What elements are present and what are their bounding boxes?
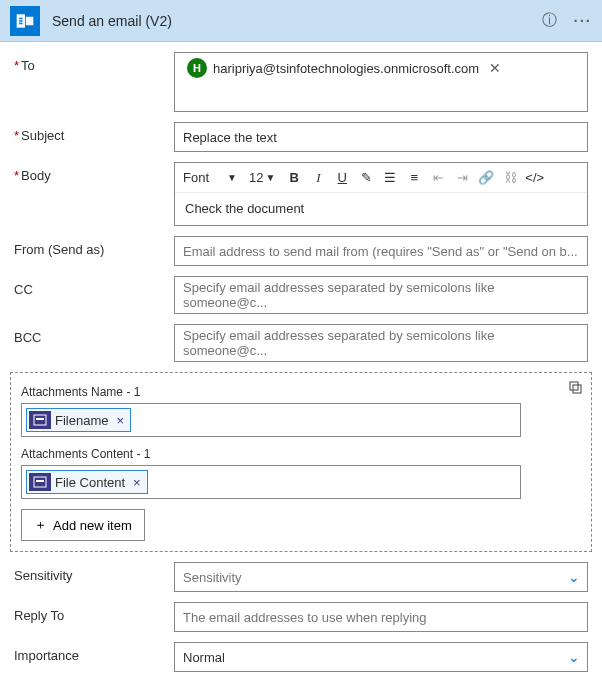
recipient-chip[interactable]: H haripriya@tsinfotechnologies.onmicroso…: [183, 56, 509, 80]
hide-advanced-options-link[interactable]: Hide advanced options ⌃: [0, 682, 176, 692]
unlink-button[interactable]: ⛓: [501, 170, 519, 185]
sensitivity-label: Sensitivity: [14, 562, 174, 583]
from-label: From (Send as): [14, 236, 174, 257]
dynamic-content-icon: [29, 411, 51, 429]
attachments-name-label: Attachments Name - 1: [21, 385, 581, 399]
italic-button[interactable]: I: [309, 170, 327, 186]
dynamic-token-filename[interactable]: Filename ×: [26, 408, 131, 432]
code-view-button[interactable]: </>: [525, 170, 543, 185]
importance-label: Importance: [14, 642, 174, 663]
bullet-list-button[interactable]: ☰: [381, 170, 399, 185]
highlight-button[interactable]: ✎: [357, 170, 375, 185]
card-title: Send an email (V2): [52, 13, 542, 29]
remove-token-icon[interactable]: ×: [112, 413, 124, 428]
chevron-down-icon: ▼: [265, 172, 275, 183]
outdent-button[interactable]: ⇤: [429, 170, 447, 185]
add-item-button[interactable]: ＋ Add new item: [21, 509, 145, 541]
help-icon[interactable]: ⓘ: [542, 11, 557, 30]
to-input[interactable]: H haripriya@tsinfotechnologies.onmicroso…: [174, 52, 588, 112]
chevron-down-icon: ⌄: [568, 649, 580, 665]
remove-recipient-icon[interactable]: ✕: [485, 60, 505, 76]
bcc-label: BCC: [14, 324, 174, 345]
cc-label: CC: [14, 276, 174, 297]
body-editor: Font▼ 12▼ B I U ✎ ☰ ≡ ⇤ ⇥ 🔗 ⛓ </> Check …: [174, 162, 588, 226]
body-input[interactable]: Check the document: [175, 193, 587, 225]
size-select[interactable]: 12▼: [249, 170, 279, 185]
card-header: Send an email (V2) ⓘ ···: [0, 0, 602, 42]
bold-button[interactable]: B: [285, 170, 303, 185]
attachments-content-label: Attachments Content - 1: [21, 447, 581, 461]
number-list-button[interactable]: ≡: [405, 170, 423, 185]
subject-label: Subject: [14, 122, 174, 143]
subject-input[interactable]: Replace the text: [174, 122, 588, 152]
svg-rect-1: [573, 385, 581, 393]
chevron-down-icon: ⌄: [568, 569, 580, 585]
reply-to-label: Reply To: [14, 602, 174, 623]
bcc-input[interactable]: Specify email addresses separated by sem…: [174, 324, 588, 362]
more-icon[interactable]: ···: [573, 12, 592, 29]
cc-input[interactable]: Specify email addresses separated by sem…: [174, 276, 588, 314]
svg-rect-0: [570, 382, 578, 390]
from-input[interactable]: Email address to send mail from (require…: [174, 236, 588, 266]
sensitivity-select[interactable]: Sensitivity: [174, 562, 588, 592]
importance-select[interactable]: Normal: [174, 642, 588, 672]
font-select[interactable]: Font▼: [183, 170, 243, 185]
outlook-icon: [10, 6, 40, 36]
attachments-section: Attachments Name - 1 Filename × Attachme…: [10, 372, 592, 552]
svg-rect-3: [36, 418, 44, 420]
link-button[interactable]: 🔗: [477, 170, 495, 185]
svg-rect-5: [36, 480, 44, 482]
reply-to-input[interactable]: The email addresses to use when replying: [174, 602, 588, 632]
attachments-content-input[interactable]: File Content ×: [21, 465, 521, 499]
plus-icon: ＋: [34, 516, 47, 534]
indent-button[interactable]: ⇥: [453, 170, 471, 185]
recipient-email: haripriya@tsinfotechnologies.onmicrosoft…: [213, 61, 479, 76]
underline-button[interactable]: U: [333, 170, 351, 185]
remove-token-icon[interactable]: ×: [129, 475, 141, 490]
body-label: Body: [14, 162, 174, 183]
avatar: H: [187, 58, 207, 78]
rte-toolbar: Font▼ 12▼ B I U ✎ ☰ ≡ ⇤ ⇥ 🔗 ⛓ </>: [175, 163, 587, 193]
dynamic-content-icon: [29, 473, 51, 491]
switch-array-icon[interactable]: [567, 379, 583, 399]
dynamic-token-filecontent[interactable]: File Content ×: [26, 470, 148, 494]
chevron-down-icon: ▼: [227, 172, 237, 183]
attachments-name-input[interactable]: Filename ×: [21, 403, 521, 437]
to-label: To: [14, 52, 174, 73]
